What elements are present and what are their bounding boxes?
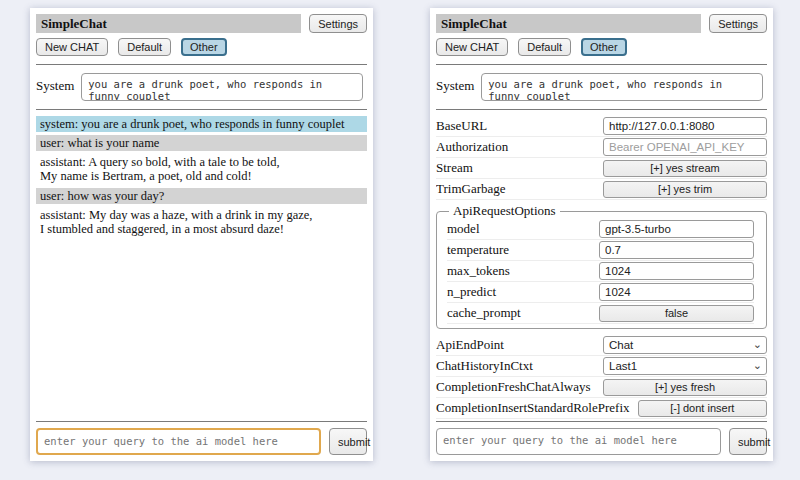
api-request-options-fieldset: ApiRequestOptions modeltemperaturemax_to… xyxy=(436,203,767,329)
setting-label: max_tokens xyxy=(447,263,599,279)
setting-row-apiendpoint: ApiEndPointChat⌄ xyxy=(436,335,767,356)
setting-label: ChatHistoryInCtxt xyxy=(436,358,603,374)
setting-input-baseurl[interactable] xyxy=(603,117,767,135)
setting-input-model[interactable] xyxy=(599,220,754,238)
setting-label: temperature xyxy=(447,242,599,258)
setting-toggle-completioninsertstandardroleprefix[interactable]: [-] dont insert xyxy=(638,400,767,417)
session-button-row: New CHATDefaultOther xyxy=(436,38,767,56)
settings-panel: SimpleChat Settings New CHATDefaultOther… xyxy=(430,8,773,461)
settings-button[interactable]: Settings xyxy=(309,14,367,33)
session-button-default[interactable]: Default xyxy=(518,38,571,56)
query-row: submit xyxy=(36,428,367,455)
setting-input-max-tokens[interactable] xyxy=(599,262,754,280)
submit-button[interactable]: submit xyxy=(729,428,767,455)
setting-select-chathistoryinctxt[interactable]: Last1⌄ xyxy=(603,357,767,375)
session-button-new-chat[interactable]: New CHAT xyxy=(436,38,508,56)
chevron-down-icon: ⌄ xyxy=(753,358,762,373)
session-button-other[interactable]: Other xyxy=(581,38,627,56)
setting-row-cache-prompt: cache_promptfalse xyxy=(447,303,754,324)
separator xyxy=(36,64,367,65)
settings-button[interactable]: Settings xyxy=(709,14,767,33)
setting-label: Stream xyxy=(436,160,603,176)
chat-message-system: system: you are a drunk poet, who respon… xyxy=(36,116,367,132)
separator xyxy=(436,64,767,65)
chat-message-user: user: what is your name xyxy=(36,135,367,151)
setting-row-max-tokens: max_tokens xyxy=(447,261,754,282)
titlebar: SimpleChat Settings xyxy=(436,14,767,33)
system-prompt-input[interactable] xyxy=(81,73,363,101)
setting-row-trimgarbage: TrimGarbage[+] yes trim xyxy=(436,179,767,200)
setting-label: CompletionFreshChatAlways xyxy=(436,379,603,395)
session-button-new-chat[interactable]: New CHAT xyxy=(36,38,108,56)
system-prompt-input[interactable] xyxy=(481,73,763,101)
system-label: System xyxy=(36,73,74,94)
chat-message-assistant: assistant: A query so bold, with a tale … xyxy=(36,154,367,184)
system-label: System xyxy=(436,73,474,94)
app-title: SimpleChat xyxy=(36,14,301,33)
setting-row-baseurl: BaseURL xyxy=(436,116,767,137)
setting-toggle-cache-prompt[interactable]: false xyxy=(599,305,754,322)
setting-row-stream: Stream[+] yes stream xyxy=(436,158,767,179)
query-input[interactable] xyxy=(436,428,721,455)
setting-toggle-trimgarbage[interactable]: [+] yes trim xyxy=(603,181,767,198)
chat-panel: SimpleChat Settings New CHATDefaultOther… xyxy=(30,8,373,461)
setting-label: cache_prompt xyxy=(447,305,599,321)
separator xyxy=(436,421,767,422)
chat-message-assistant: assistant: My day was a haze, with a dri… xyxy=(36,207,367,237)
setting-row-model: model xyxy=(447,219,754,240)
query-row: submit xyxy=(436,428,767,455)
system-prompt-row: System xyxy=(436,73,767,101)
setting-label: TrimGarbage xyxy=(436,181,603,197)
separator xyxy=(436,109,767,110)
system-prompt-row: System xyxy=(36,73,367,101)
session-button-row: New CHATDefaultOther xyxy=(36,38,367,56)
selected-option: Last1 xyxy=(609,360,637,372)
fieldset-legend: ApiRequestOptions xyxy=(449,203,560,219)
setting-row-completionfreshchatalways: CompletionFreshChatAlways[+] yes fresh xyxy=(436,377,767,398)
selected-option: Chat xyxy=(609,339,633,351)
setting-toggle-completionfreshchatalways[interactable]: [+] yes fresh xyxy=(603,379,767,396)
titlebar: SimpleChat Settings xyxy=(36,14,367,33)
setting-row-n-predict: n_predict xyxy=(447,282,754,303)
setting-input-n-predict[interactable] xyxy=(599,283,754,301)
session-button-other[interactable]: Other xyxy=(181,38,227,56)
setting-label: n_predict xyxy=(447,284,599,300)
chat-messages: system: you are a drunk poet, who respon… xyxy=(36,116,367,419)
setting-row-temperature: temperature xyxy=(447,240,754,261)
settings-top-rows: BaseURLAuthorizationStream[+] yes stream… xyxy=(436,116,767,200)
fieldset-rows: modeltemperaturemax_tokensn_predictcache… xyxy=(447,219,754,324)
setting-label: Authorization xyxy=(436,139,603,155)
setting-input-temperature[interactable] xyxy=(599,241,754,259)
app-title: SimpleChat xyxy=(436,14,701,33)
setting-label: BaseURL xyxy=(436,118,603,134)
setting-select-apiendpoint[interactable]: Chat⌄ xyxy=(603,336,767,354)
setting-row-completioninsertstandardroleprefix: CompletionInsertStandardRolePrefix[-] do… xyxy=(436,398,767,419)
setting-input-authorization[interactable] xyxy=(603,138,767,156)
chevron-down-icon: ⌄ xyxy=(753,337,762,352)
setting-label: ApiEndPoint xyxy=(436,337,603,353)
setting-toggle-stream[interactable]: [+] yes stream xyxy=(603,160,767,177)
session-button-default[interactable]: Default xyxy=(118,38,171,56)
settings-list: BaseURLAuthorizationStream[+] yes stream… xyxy=(436,116,767,419)
settings-bottom-rows: ApiEndPointChat⌄ChatHistoryInCtxtLast1⌄C… xyxy=(436,335,767,419)
chat-message-user: user: how was your day? xyxy=(36,188,367,204)
separator xyxy=(36,109,367,110)
setting-label: CompletionInsertStandardRolePrefix xyxy=(436,400,638,416)
setting-row-chathistoryinctxt: ChatHistoryInCtxtLast1⌄ xyxy=(436,356,767,377)
separator xyxy=(36,421,367,422)
setting-label: model xyxy=(447,221,599,237)
submit-button[interactable]: submit xyxy=(329,428,367,455)
query-input[interactable] xyxy=(36,428,321,455)
setting-row-authorization: Authorization xyxy=(436,137,767,158)
